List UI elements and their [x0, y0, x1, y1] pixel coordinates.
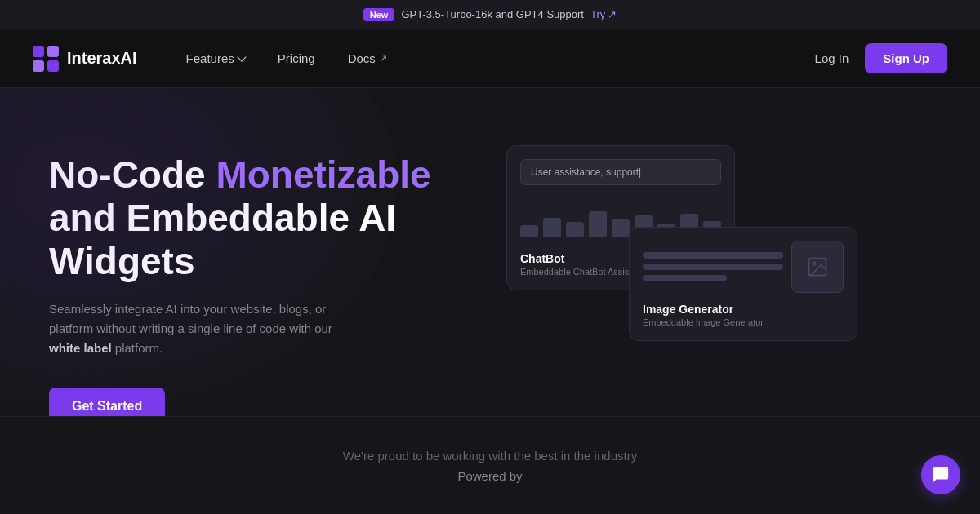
nav-features[interactable]: Features	[186, 51, 245, 65]
logo[interactable]: InteraxAI	[33, 46, 137, 72]
hero-left: No-Code Monetizable and Embeddable AI Wi…	[49, 137, 441, 425]
text-line	[643, 264, 783, 270]
image-gen-label: Image Generator Embeddable Image Generat…	[643, 303, 844, 327]
announcement-bar: New GPT-3.5-Turbo-16k and GPT4 Support T…	[0, 0, 980, 29]
login-button[interactable]: Log In	[815, 51, 849, 65]
chat-input-mock: User assistance, support|	[520, 159, 721, 185]
image-gen-preview	[643, 241, 844, 293]
svg-point-1	[813, 262, 816, 265]
chevron-down-icon	[237, 52, 246, 61]
nav-pricing[interactable]: Pricing	[278, 51, 315, 65]
powered-by-text: Powered by	[457, 469, 522, 483]
nav-links: Features Pricing Docs ↗	[186, 51, 815, 65]
announcement-text: GPT-3.5-Turbo-16k and GPT4 Support	[401, 8, 584, 20]
external-arrow-icon: ↗	[608, 8, 617, 20]
text-lines-mock	[643, 252, 783, 281]
chart-bar	[566, 222, 584, 237]
signup-button[interactable]: Sign Up	[865, 43, 947, 73]
chart-bar	[520, 225, 538, 237]
nav-docs[interactable]: Docs ↗	[348, 51, 387, 65]
logo-icon	[33, 46, 59, 72]
image-placeholder	[791, 241, 844, 293]
text-line-short	[643, 275, 727, 281]
proud-text: We're proud to be working with the best …	[343, 449, 637, 463]
chat-icon	[932, 466, 950, 484]
new-badge: New	[363, 8, 395, 21]
try-link[interactable]: Try ↗	[590, 8, 617, 20]
chart-bar	[589, 211, 607, 237]
logo-name: InteraxAI	[67, 49, 137, 68]
chart-bar	[543, 218, 561, 237]
docs-external-icon: ↗	[380, 53, 387, 64]
chat-bubble-button[interactable]	[921, 455, 960, 494]
navbar: InteraxAI Features Pricing Docs ↗ Log In…	[0, 29, 980, 88]
text-line	[643, 252, 783, 259]
image-gen-title: Image Generator	[643, 303, 844, 316]
image-gen-desc: Embeddable Image Generator	[643, 317, 844, 327]
chart-bar	[612, 219, 630, 237]
nav-actions: Log In Sign Up	[815, 43, 947, 73]
hero-title: No-Code Monetizable and Embeddable AI Wi…	[49, 153, 441, 283]
image-gen-widget-card: Image Generator Embeddable Image Generat…	[629, 227, 858, 341]
hero-subtitle: Seamlessly integrate AI into your websit…	[49, 299, 359, 358]
bottom-section: We're proud to be working with the best …	[0, 416, 980, 514]
